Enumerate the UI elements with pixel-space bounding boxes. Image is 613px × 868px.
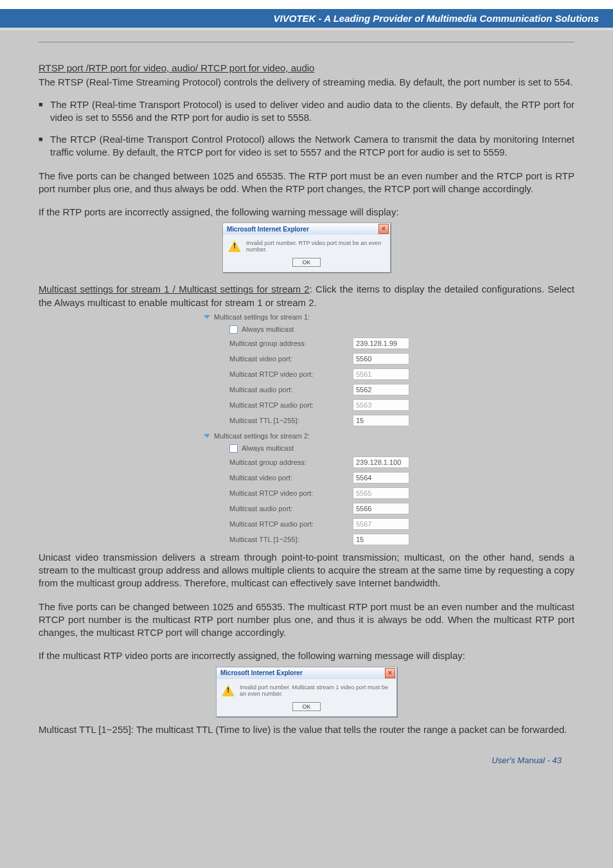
- multicast-row: Multicast group address:239.128.1.99: [204, 336, 409, 351]
- unicast-paragraph: Unicast video transmission delivers a st…: [39, 551, 574, 590]
- multicast-value-input[interactable]: 5564: [353, 472, 409, 484]
- dialog2-message: Invalid port number. Multicast stream 1 …: [240, 684, 391, 697]
- multicast-row: Multicast TTL [1~255]:15: [204, 413, 409, 428]
- warn-intro-2: If the multicast RTP video ports are inc…: [39, 649, 574, 662]
- multicast-row: Multicast video port:5560: [204, 351, 409, 366]
- multicast-value-input[interactable]: 239.128.1.100: [353, 457, 409, 468]
- multicast-row-label: Multicast group address:: [229, 339, 353, 347]
- ok-button[interactable]: OK: [292, 258, 320, 267]
- stream1-title: Multicast settings for stream 1:: [214, 313, 310, 321]
- multicast-row-label: Multicast video port:: [229, 355, 353, 363]
- chevron-down-icon: [204, 315, 210, 319]
- multicast-value-input[interactable]: 5562: [353, 384, 409, 395]
- multicast-row: Multicast audio port:5566: [204, 501, 409, 516]
- multicast-row-label: Multicast TTL [1~255]:: [229, 417, 353, 424]
- warning-icon: [222, 685, 235, 696]
- page-header: VIVOTEK - A Leading Provider of Multimed…: [0, 9, 613, 30]
- multicast-stream1-header[interactable]: Multicast settings for stream 1:: [204, 313, 409, 321]
- multicast-value-input: 5567: [353, 518, 409, 530]
- multicast-row: Multicast video port:5564: [204, 470, 409, 485]
- multicast-row: Multicast audio port:5562: [204, 382, 409, 397]
- page-footer: User's Manual - 43: [39, 737, 574, 770]
- rtsp-intro: The RTSP (Real-Time Streaming Protocol) …: [39, 76, 574, 89]
- multicast-row: Multicast RTCP audio port:5563: [204, 397, 409, 413]
- multicast-value-input: 5561: [353, 368, 409, 380]
- multicast-value-input[interactable]: 5560: [353, 353, 409, 365]
- multicast-value-input[interactable]: 239.128.1.99: [353, 338, 409, 349]
- multicast-row: Multicast RTCP video port:5565: [204, 485, 409, 501]
- divider: [39, 42, 574, 42]
- multicast-row-label: Multicast RTCP video port:: [229, 489, 353, 497]
- multicast-row-label: Multicast audio port:: [229, 505, 353, 512]
- bullet-rtp: The RTP (Real-time Transport Protocol) i…: [39, 98, 574, 125]
- multicast-row: Multicast group address:239.128.1.100: [204, 455, 409, 470]
- bullet-rtcp: The RTCP (Real-time Transport Control Pr…: [39, 133, 574, 159]
- multicast-value-input[interactable]: 15: [353, 415, 409, 426]
- warn-intro: If the RTP ports are incorrectly assigne…: [39, 206, 574, 219]
- multicast-heading: Multicast settings for stream 1 / Multic…: [39, 284, 310, 294]
- multicast-row-label: Multicast TTL [1~255]:: [229, 536, 353, 543]
- dialog2-title: Microsoft Internet Explorer: [220, 669, 385, 676]
- dialog1-title: Microsoft Internet Explorer: [227, 226, 378, 233]
- multicast-stream2-header[interactable]: Multicast settings for stream 2:: [204, 432, 409, 440]
- dialog1-message: Invalid port number. RTP video port must…: [246, 240, 385, 253]
- multicast-heading-line: Multicast settings for stream 1 / Multic…: [39, 283, 574, 309]
- close-icon[interactable]: ×: [378, 224, 389, 234]
- multicast-row-label: Multicast RTCP audio port:: [229, 401, 353, 409]
- ports-note: The five ports can be changed between 10…: [39, 170, 574, 196]
- multicast-row-label: Multicast audio port:: [229, 386, 353, 393]
- warning-dialog-1: Microsoft Internet Explorer × Invalid po…: [222, 222, 391, 273]
- stream2-title: Multicast settings for stream 2:: [214, 432, 310, 440]
- warning-icon: [228, 240, 241, 252]
- multicast-row: Multicast TTL [1~255]:15: [204, 532, 409, 547]
- always-multicast-checkbox-1[interactable]: [229, 325, 238, 334]
- multicast-value-input[interactable]: 15: [353, 534, 409, 545]
- close-icon[interactable]: ×: [385, 668, 395, 678]
- ports-note-2: The five ports can be changed between 10…: [39, 601, 574, 640]
- multicast-settings-panel: Multicast settings for stream 1: Always …: [204, 313, 409, 547]
- always-multicast-label-1: Always multicast: [242, 325, 409, 333]
- brand-tagline: VIVOTEK - A Leading Provider of Multimed…: [274, 13, 599, 24]
- multicast-row-label: Multicast RTCP audio port:: [229, 520, 353, 528]
- multicast-value-input: 5563: [353, 399, 409, 411]
- always-multicast-checkbox-2[interactable]: [229, 444, 238, 453]
- multicast-row: Multicast RTCP video port:5561: [204, 366, 409, 382]
- multicast-value-input[interactable]: 5566: [353, 503, 409, 514]
- warning-dialog-2: Microsoft Internet Explorer × Invalid po…: [216, 667, 397, 717]
- ttl-paragraph: Multicast TTL [1~255]: The multicast TTL…: [39, 723, 574, 736]
- multicast-value-input: 5565: [353, 487, 409, 499]
- multicast-row-label: Multicast video port:: [229, 474, 353, 482]
- multicast-row-label: Multicast RTCP video port:: [229, 370, 353, 378]
- ok-button[interactable]: OK: [292, 702, 320, 711]
- rtsp-heading: RTSP port /RTP port for video, audio/ RT…: [39, 62, 574, 75]
- always-multicast-label-2: Always multicast: [242, 444, 409, 452]
- multicast-row: Multicast RTCP audio port:5567: [204, 516, 409, 532]
- chevron-down-icon: [204, 434, 210, 438]
- multicast-row-label: Multicast group address:: [229, 458, 353, 466]
